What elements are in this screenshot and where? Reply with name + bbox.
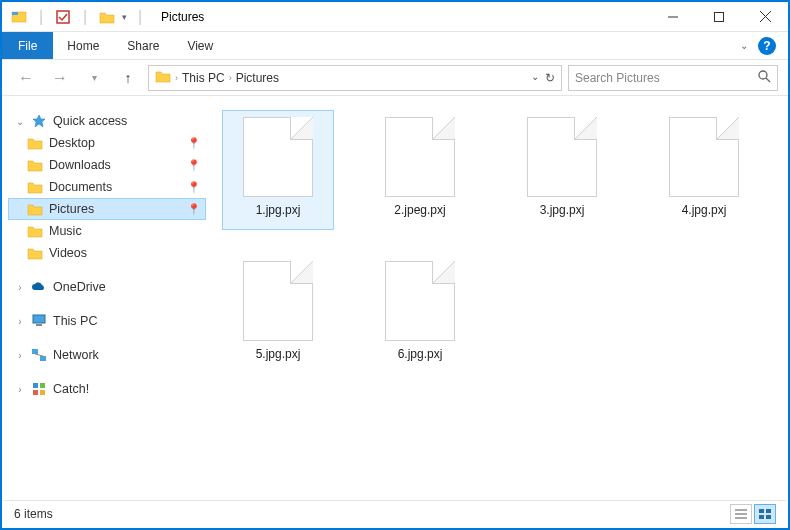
sidebar-item-downloads[interactable]: Downloads📍 [8, 154, 206, 176]
file-icon [243, 261, 313, 341]
icons-view-button[interactable] [754, 504, 776, 524]
nav-onedrive[interactable]: › OneDrive [8, 276, 206, 298]
file-item[interactable]: 3.jpg.pxj [506, 110, 618, 230]
file-grid[interactable]: 1.jpg.pxj2.jpeg.pxj3.jpg.pxj4.jpg.pxj5.j… [212, 96, 788, 502]
pin-icon: 📍 [187, 137, 201, 150]
breadcrumb-thispc[interactable]: This PC [182, 71, 225, 85]
address-bar[interactable]: › This PC › Pictures ⌄ ↻ [148, 65, 562, 91]
chevron-right-icon[interactable]: › [175, 73, 178, 83]
svg-line-14 [35, 354, 43, 356]
file-name: 2.jpeg.pxj [394, 203, 445, 217]
nav-label: This PC [53, 314, 97, 328]
refresh-icon[interactable]: ↻ [545, 71, 555, 85]
folder-icon[interactable] [98, 8, 116, 26]
forward-button[interactable]: → [46, 64, 74, 92]
folder-icon [27, 223, 43, 239]
onedrive-icon [31, 279, 47, 295]
svg-rect-13 [40, 356, 46, 361]
tab-share[interactable]: Share [113, 32, 173, 59]
ribbon: File Home Share View ⌄ ? [2, 32, 788, 60]
network-icon [31, 347, 47, 363]
sidebar-item-desktop[interactable]: Desktop📍 [8, 132, 206, 154]
file-item[interactable]: 6.jpg.pxj [364, 254, 476, 374]
tab-home[interactable]: Home [53, 32, 113, 59]
svg-rect-25 [766, 515, 771, 519]
nav-network[interactable]: › Network [8, 344, 206, 366]
sidebar-item-videos[interactable]: Videos [8, 242, 206, 264]
caret-right-icon[interactable]: › [15, 282, 25, 293]
up-button[interactable]: ↑ [114, 64, 142, 92]
item-count: 6 items [14, 507, 53, 521]
minimize-button[interactable] [650, 2, 696, 32]
explorer-icon [10, 8, 28, 26]
title-bar: | | ▾ | Pictures [2, 2, 788, 32]
sidebar-item-label: Music [49, 224, 82, 238]
file-name: 5.jpg.pxj [256, 347, 301, 361]
details-view-button[interactable] [730, 504, 752, 524]
folder-icon [27, 157, 43, 173]
folder-icon [27, 179, 43, 195]
back-button[interactable]: ← [12, 64, 40, 92]
qat-separator3: | [131, 8, 149, 26]
file-icon [527, 117, 597, 197]
search-icon[interactable] [757, 69, 771, 86]
quick-access-icon [31, 113, 47, 129]
svg-line-8 [766, 78, 770, 82]
file-name: 4.jpg.pxj [682, 203, 727, 217]
file-icon [385, 117, 455, 197]
file-item[interactable]: 4.jpg.pxj [648, 110, 760, 230]
folder-icon [27, 245, 43, 261]
nav-catch[interactable]: › Catch! [8, 378, 206, 400]
svg-rect-18 [40, 390, 45, 395]
caret-right-icon[interactable]: › [15, 350, 25, 361]
properties-icon[interactable] [54, 8, 72, 26]
status-bar: 6 items [4, 500, 786, 526]
svg-rect-12 [32, 349, 38, 354]
close-button[interactable] [742, 2, 788, 32]
nav-quick-access[interactable]: ⌄ Quick access [8, 110, 206, 132]
sidebar-item-label: Pictures [49, 202, 94, 216]
file-item[interactable]: 1.jpg.pxj [222, 110, 334, 230]
svg-rect-17 [33, 390, 38, 395]
breadcrumb-root-icon[interactable] [155, 69, 171, 86]
main-area: ⌄ Quick access Desktop📍Downloads📍Documen… [2, 96, 788, 502]
address-row: ← → ▾ ↑ › This PC › Pictures ⌄ ↻ Search … [2, 60, 788, 96]
file-tab[interactable]: File [2, 32, 53, 59]
qat-dropdown-icon[interactable]: ▾ [122, 12, 127, 22]
sidebar-item-documents[interactable]: Documents📍 [8, 176, 206, 198]
sidebar-item-label: Desktop [49, 136, 95, 150]
breadcrumb-current[interactable]: Pictures [236, 71, 279, 85]
nav-thispc[interactable]: › This PC [8, 310, 206, 332]
recent-locations-button[interactable]: ▾ [80, 64, 108, 92]
file-item[interactable]: 2.jpeg.pxj [364, 110, 476, 230]
sidebar-item-music[interactable]: Music [8, 220, 206, 242]
window-controls [650, 2, 788, 32]
tab-view[interactable]: View [173, 32, 227, 59]
svg-rect-23 [766, 509, 771, 513]
file-item[interactable]: 5.jpg.pxj [222, 254, 334, 374]
sidebar-item-label: Documents [49, 180, 112, 194]
catch-icon [31, 381, 47, 397]
file-name: 1.jpg.pxj [256, 203, 301, 217]
svg-point-7 [759, 71, 767, 79]
navigation-pane: ⌄ Quick access Desktop📍Downloads📍Documen… [2, 96, 212, 502]
sidebar-item-label: Videos [49, 246, 87, 260]
sidebar-item-pictures[interactable]: Pictures📍 [8, 198, 206, 220]
chevron-right-icon[interactable]: › [229, 73, 232, 83]
svg-rect-15 [33, 383, 38, 388]
caret-right-icon[interactable]: › [15, 316, 25, 327]
svg-rect-10 [33, 315, 45, 323]
search-input[interactable]: Search Pictures [568, 65, 778, 91]
svg-rect-2 [57, 11, 69, 23]
file-icon [669, 117, 739, 197]
sidebar-item-label: Downloads [49, 158, 111, 172]
maximize-button[interactable] [696, 2, 742, 32]
caret-right-icon[interactable]: › [15, 384, 25, 395]
ribbon-expand-icon[interactable]: ⌄ [740, 40, 748, 51]
svg-rect-24 [759, 515, 764, 519]
file-icon [243, 117, 313, 197]
caret-down-icon[interactable]: ⌄ [15, 116, 25, 127]
address-dropdown-icon[interactable]: ⌄ [531, 71, 539, 85]
file-name: 6.jpg.pxj [398, 347, 443, 361]
help-icon[interactable]: ? [758, 37, 776, 55]
